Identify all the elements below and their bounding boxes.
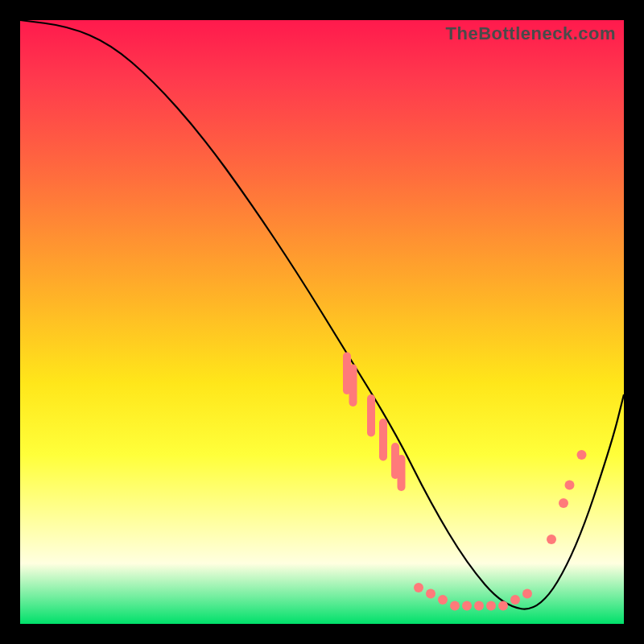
data-dot (577, 450, 587, 460)
highlight-bars (343, 353, 406, 492)
data-dot (510, 595, 520, 605)
data-dot (565, 481, 575, 490)
data-dots (414, 450, 587, 611)
bottleneck-curve (20, 20, 624, 609)
data-dot (462, 601, 472, 611)
data-dot (450, 601, 460, 611)
data-dot (438, 595, 448, 605)
data-dot (547, 535, 556, 544)
highlight-bar (349, 365, 357, 407)
data-dot (426, 589, 436, 599)
data-dot (474, 601, 484, 611)
data-dot (498, 601, 508, 611)
data-dot (486, 601, 496, 611)
data-dot (414, 583, 423, 592)
chart-svg (20, 20, 624, 624)
data-dot (522, 589, 532, 599)
highlight-bar (379, 419, 387, 461)
highlight-bar (367, 394, 375, 437)
chart-plot-area: TheBottleneck.com (20, 20, 624, 624)
data-dot (559, 498, 568, 508)
highlight-bar (398, 455, 406, 491)
